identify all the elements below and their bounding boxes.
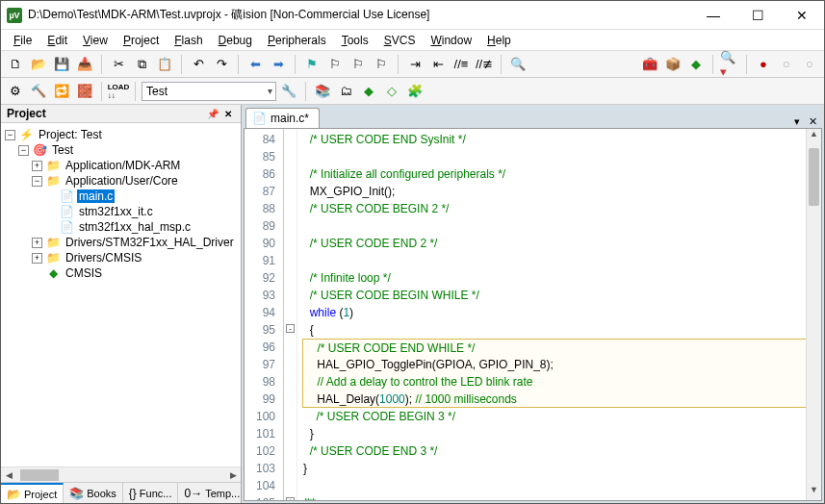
new-file-icon[interactable]: 🗋 (5, 54, 26, 75)
editor-tabs: 📄 main.c* ▾ ✕ (242, 105, 824, 128)
menu-window[interactable]: Window (424, 32, 478, 49)
options-icon[interactable]: 🔧 (278, 81, 299, 102)
toolbar-main: 🗋 📂 💾 📥 ✂ ⧉ 📋 ↶ ↷ ⬅ ➡ ⚑ ⚐ ⚐ ⚐ ⇥ ⇤ //≡ //… (1, 51, 824, 78)
project-tab-temp[interactable]: 0→ Temp... (178, 483, 246, 503)
indent-icon[interactable]: ⇥ (404, 54, 425, 75)
copy-icon[interactable]: ⧉ (131, 54, 152, 75)
build-batch-icon[interactable]: 🧰 (639, 54, 660, 75)
paste-icon[interactable]: 📋 (154, 54, 175, 75)
menu-project[interactable]: Project (116, 32, 166, 49)
record-icon[interactable]: ● (753, 54, 774, 75)
line-gutter: 8485868788899091929394959697989910010110… (245, 129, 284, 500)
editor-tab-main-c[interactable]: 📄 main.c* (245, 108, 320, 128)
project-tab-project[interactable]: 📂 Project (1, 483, 64, 503)
file-icon: 📄 (252, 112, 267, 125)
toolbar-build: ⚙ 🔨 🔁 🧱 LOAD↓↓ Test 🔧 📚 🗂 ◆ ◇ 🧩 (1, 78, 824, 105)
menu-peripherals[interactable]: Peripherals (261, 32, 333, 49)
tree-file[interactable]: 📄stm32f1xx_it.c (5, 204, 237, 219)
tree-group[interactable]: +📁Drivers/STM32F1xx_HAL_Driver (5, 235, 237, 250)
cut-icon[interactable]: ✂ (108, 54, 129, 75)
editor-scrollbar-v[interactable]: ▲ ▼ (806, 129, 821, 500)
project-panel-header: Project 📌 ✕ (1, 105, 241, 123)
save-all-icon[interactable]: 📥 (74, 54, 95, 75)
save-icon[interactable]: 💾 (51, 54, 72, 75)
menu-flash[interactable]: Flash (168, 32, 209, 49)
project-panel-tabs: 📂 Project📚 Books{} Func...0→ Temp... (1, 482, 241, 503)
rte-icon[interactable]: ◇ (381, 81, 402, 102)
translate-icon[interactable]: ⚙ (5, 81, 26, 102)
target-select[interactable]: Test (142, 82, 276, 101)
project-tab-func[interactable]: {} Func... (123, 483, 179, 503)
tree-file[interactable]: 📄stm32f1xx_hal_msp.c (5, 219, 237, 235)
redo-icon[interactable]: ↷ (211, 54, 232, 75)
code-content[interactable]: /* USER CODE END SysInit */ /* Initializ… (297, 129, 821, 500)
project-scroll-h[interactable]: ◀▶ (1, 466, 241, 482)
menubar: FileEditViewProjectFlashDebugPeripherals… (1, 30, 824, 51)
unindent-icon[interactable]: ⇤ (427, 54, 449, 75)
bookmark-clear-icon[interactable]: ⚐ (371, 54, 392, 75)
manage-project-icon[interactable]: 🗂 (335, 81, 356, 102)
project-panel-title: Project (7, 107, 46, 120)
panel-pin-icon[interactable]: 📌 (206, 107, 219, 120)
menu-svcs[interactable]: SVCS (377, 32, 423, 49)
tree-group[interactable]: −📁Application/User/Core (5, 173, 237, 189)
project-panel: Project 📌 ✕ −⚡Project: Test−🎯Test+📁Appli… (1, 105, 242, 503)
find-in-files-icon[interactable]: 🔍 (507, 54, 529, 75)
menu-help[interactable]: Help (480, 32, 518, 49)
menu-tools[interactable]: Tools (335, 32, 375, 49)
bookmark-icon[interactable]: ⚑ (301, 54, 322, 75)
select-pack-icon[interactable]: ◆ (358, 81, 379, 102)
tree-target[interactable]: −🎯Test (5, 142, 237, 158)
maximize-button[interactable]: ☐ (735, 1, 780, 30)
nav-fwd-icon[interactable]: ➡ (268, 54, 289, 75)
rebuild-icon[interactable]: 🔁 (51, 81, 72, 102)
window-title: D:\Demo\Test\MDK-ARM\Test.uvprojx - 礦isi… (28, 7, 691, 23)
menu-view[interactable]: View (76, 32, 115, 49)
build-icon[interactable]: 🔨 (28, 81, 49, 102)
tree-cmsis[interactable]: ◆CMSIS (5, 265, 237, 281)
source-browser-icon[interactable]: 🧩 (404, 81, 425, 102)
tree-project-root[interactable]: −⚡Project: Test (5, 127, 237, 142)
fold-column[interactable]: -+ (284, 129, 297, 500)
panel-close-icon[interactable]: ✕ (221, 107, 235, 120)
project-tree[interactable]: −⚡Project: Test−🎯Test+📁Application/MDK-A… (1, 123, 241, 466)
file-ext-books-icon[interactable]: 📚 (312, 81, 333, 102)
tree-group[interactable]: +📁Application/MDK-ARM (5, 158, 237, 173)
close-button[interactable]: ✕ (780, 1, 824, 30)
titlebar: µV D:\Demo\Test\MDK-ARM\Test.uvprojx - 礦… (1, 1, 824, 30)
manage-rte-icon[interactable]: ◆ (685, 54, 707, 75)
project-tab-books[interactable]: 📚 Books (64, 483, 123, 503)
workspace: Project 📌 ✕ −⚡Project: Test−🎯Test+📁Appli… (1, 105, 824, 503)
editor-area: 📄 main.c* ▾ ✕ 84858687888990919293949596… (242, 105, 824, 503)
app-icon: µV (7, 8, 22, 23)
nav-back-icon[interactable]: ⬅ (245, 54, 266, 75)
record3-icon[interactable]: ○ (799, 54, 820, 75)
comment-icon[interactable]: //≡ (451, 54, 472, 75)
record2-icon[interactable]: ○ (776, 54, 797, 75)
tree-group[interactable]: +📁Drivers/CMSIS (5, 250, 237, 265)
bookmark-next-icon[interactable]: ⚐ (348, 54, 369, 75)
undo-icon[interactable]: ↶ (188, 54, 209, 75)
menu-edit[interactable]: Edit (40, 32, 74, 49)
bookmark-prev-icon[interactable]: ⚐ (324, 54, 346, 75)
tree-file[interactable]: 📄main.c (5, 189, 237, 204)
debug-icon[interactable]: 🔍▾ (719, 54, 740, 75)
uncomment-icon[interactable]: //≢ (474, 54, 495, 75)
code-editor[interactable]: 8485868788899091929394959697989910010110… (244, 128, 822, 501)
batch-build-icon[interactable]: 🧱 (74, 81, 95, 102)
minimize-button[interactable]: — (691, 1, 735, 30)
open-file-icon[interactable]: 📂 (28, 54, 49, 75)
pack-installer-icon[interactable]: 📦 (662, 54, 683, 75)
app-window: µV D:\Demo\Test\MDK-ARM\Test.uvprojx - 礦… (0, 0, 825, 504)
download-icon[interactable]: LOAD↓↓ (108, 81, 129, 102)
editor-tab-label: main.c* (271, 112, 309, 125)
editor-tab-close-icon[interactable]: ✕ (805, 115, 820, 128)
menu-file[interactable]: File (7, 32, 39, 49)
target-select-value: Test (146, 85, 168, 98)
editor-tab-dropdown-icon[interactable]: ▾ (789, 115, 805, 128)
menu-debug[interactable]: Debug (212, 32, 259, 49)
